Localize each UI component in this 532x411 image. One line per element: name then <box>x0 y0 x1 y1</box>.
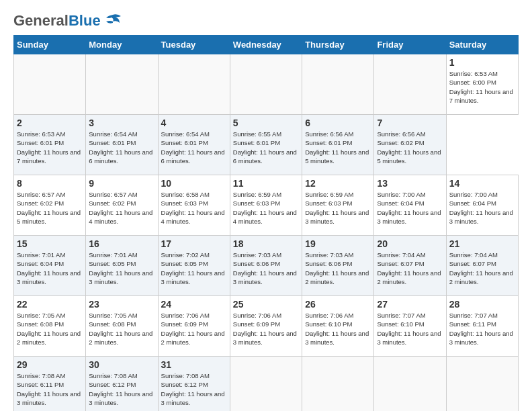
day-number: 24 <box>161 299 227 310</box>
calendar-cell-empty <box>374 357 446 412</box>
day-number: 21 <box>449 238 515 249</box>
day-header-friday: Friday <box>374 36 446 54</box>
calendar-cell: 20Sunrise: 7:04 AMSunset: 6:07 PMDayligh… <box>374 236 446 296</box>
calendar-cell: 26Sunrise: 7:06 AMSunset: 6:10 PMDayligh… <box>302 296 374 357</box>
day-number: 26 <box>305 299 371 310</box>
logo: GeneralBlue <box>13 13 122 28</box>
calendar-cell-empty <box>230 54 302 115</box>
calendar-cell: 4Sunrise: 6:54 AMSunset: 6:01 PMDaylight… <box>158 115 230 175</box>
day-info: Sunrise: 6:56 AMSunset: 6:02 PMDaylight:… <box>377 130 443 165</box>
calendar-cell: 1Sunrise: 6:53 AMSunset: 6:00 PMDaylight… <box>446 54 518 115</box>
day-header-sunday: Sunday <box>14 36 86 54</box>
calendar-week-row: 22Sunrise: 7:05 AMSunset: 6:08 PMDayligh… <box>14 296 519 357</box>
day-number: 6 <box>305 118 371 128</box>
day-header-thursday: Thursday <box>302 36 374 54</box>
calendar-table: SundayMondayTuesdayWednesdayThursdayFrid… <box>13 35 519 411</box>
day-number: 18 <box>233 238 299 249</box>
calendar-cell: 6Sunrise: 6:56 AMSunset: 6:01 PMDaylight… <box>302 115 374 175</box>
day-number: 15 <box>17 238 83 249</box>
calendar-cell: 8Sunrise: 6:57 AMSunset: 6:02 PMDaylight… <box>14 175 86 236</box>
calendar-cell-empty <box>230 357 302 412</box>
day-info: Sunrise: 6:53 AMSunset: 6:00 PMDaylight:… <box>449 69 515 105</box>
day-header-saturday: Saturday <box>446 36 518 54</box>
calendar-cell: 14Sunrise: 7:00 AMSunset: 6:04 PMDayligh… <box>446 175 518 236</box>
day-info: Sunrise: 7:00 AMSunset: 6:04 PMDaylight:… <box>377 190 443 226</box>
day-info: Sunrise: 7:06 AMSunset: 6:09 PMDaylight:… <box>161 311 227 347</box>
day-number: 10 <box>161 178 227 189</box>
day-header-monday: Monday <box>86 36 158 54</box>
day-info: Sunrise: 6:58 AMSunset: 6:03 PMDaylight:… <box>161 190 227 226</box>
calendar-cell: 27Sunrise: 7:07 AMSunset: 6:10 PMDayligh… <box>374 296 446 357</box>
calendar-week-row: 15Sunrise: 7:01 AMSunset: 6:04 PMDayligh… <box>14 236 519 296</box>
day-info: Sunrise: 6:55 AMSunset: 6:01 PMDaylight:… <box>233 130 299 165</box>
day-info: Sunrise: 6:57 AMSunset: 6:02 PMDaylight:… <box>89 190 154 226</box>
day-info: Sunrise: 7:02 AMSunset: 6:05 PMDaylight:… <box>161 250 227 286</box>
day-number: 9 <box>89 178 154 189</box>
calendar-cell: 2Sunrise: 6:53 AMSunset: 6:01 PMDaylight… <box>14 115 86 175</box>
calendar-cell-empty <box>86 54 158 115</box>
calendar-cell: 18Sunrise: 7:03 AMSunset: 6:06 PMDayligh… <box>230 236 302 296</box>
day-header-tuesday: Tuesday <box>158 36 230 54</box>
calendar-header-row: SundayMondayTuesdayWednesdayThursdayFrid… <box>14 36 519 54</box>
calendar-cell: 22Sunrise: 7:05 AMSunset: 6:08 PMDayligh… <box>14 296 86 357</box>
day-info: Sunrise: 6:59 AMSunset: 6:03 PMDaylight:… <box>305 190 371 226</box>
calendar-cell: 21Sunrise: 7:04 AMSunset: 6:07 PMDayligh… <box>446 236 518 296</box>
calendar-cell: 3Sunrise: 6:54 AMSunset: 6:01 PMDaylight… <box>86 115 158 175</box>
calendar-cell: 12Sunrise: 6:59 AMSunset: 6:03 PMDayligh… <box>302 175 374 236</box>
calendar-week-row: 2Sunrise: 6:53 AMSunset: 6:01 PMDaylight… <box>14 115 519 175</box>
day-info: Sunrise: 7:04 AMSunset: 6:07 PMDaylight:… <box>449 250 515 286</box>
day-number: 7 <box>377 118 443 128</box>
calendar-cell: 5Sunrise: 6:55 AMSunset: 6:01 PMDaylight… <box>230 115 302 175</box>
day-number: 12 <box>305 178 371 189</box>
calendar-cell: 24Sunrise: 7:06 AMSunset: 6:09 PMDayligh… <box>158 296 230 357</box>
day-info: Sunrise: 7:06 AMSunset: 6:10 PMDaylight:… <box>305 311 371 347</box>
day-number: 3 <box>89 118 154 128</box>
day-header-wednesday: Wednesday <box>230 36 302 54</box>
calendar-week-row: 8Sunrise: 6:57 AMSunset: 6:02 PMDaylight… <box>14 175 519 236</box>
day-number: 11 <box>233 178 299 189</box>
calendar-cell-empty <box>374 54 446 115</box>
calendar-cell: 25Sunrise: 7:06 AMSunset: 6:09 PMDayligh… <box>230 296 302 357</box>
day-number: 29 <box>17 359 83 370</box>
day-info: Sunrise: 7:01 AMSunset: 6:04 PMDaylight:… <box>17 250 83 286</box>
day-info: Sunrise: 6:53 AMSunset: 6:01 PMDaylight:… <box>17 130 83 165</box>
day-number: 4 <box>161 118 227 128</box>
day-number: 20 <box>377 238 443 249</box>
day-info: Sunrise: 7:08 AMSunset: 6:12 PMDaylight:… <box>89 371 154 407</box>
day-info: Sunrise: 7:08 AMSunset: 6:11 PMDaylight:… <box>17 371 83 407</box>
calendar-cell: 28Sunrise: 7:07 AMSunset: 6:11 PMDayligh… <box>446 296 518 357</box>
day-number: 13 <box>377 178 443 189</box>
calendar-cell: 29Sunrise: 7:08 AMSunset: 6:11 PMDayligh… <box>14 357 86 412</box>
calendar-cell: 31Sunrise: 7:08 AMSunset: 6:12 PMDayligh… <box>158 357 230 412</box>
day-info: Sunrise: 7:06 AMSunset: 6:09 PMDaylight:… <box>233 311 299 347</box>
day-info: Sunrise: 6:59 AMSunset: 6:03 PMDaylight:… <box>233 190 299 226</box>
day-number: 17 <box>161 238 227 249</box>
calendar-week-row: 1Sunrise: 6:53 AMSunset: 6:00 PMDaylight… <box>14 54 519 115</box>
day-number: 22 <box>17 299 83 310</box>
day-number: 1 <box>449 57 515 68</box>
calendar-cell: 9Sunrise: 6:57 AMSunset: 6:02 PMDaylight… <box>86 175 158 236</box>
day-info: Sunrise: 7:00 AMSunset: 6:04 PMDaylight:… <box>449 190 515 226</box>
day-number: 14 <box>449 178 515 189</box>
day-number: 19 <box>305 238 371 249</box>
calendar-cell-empty <box>302 54 374 115</box>
day-number: 25 <box>233 299 299 310</box>
day-info: Sunrise: 6:54 AMSunset: 6:01 PMDaylight:… <box>161 130 227 165</box>
calendar-cell-empty <box>158 54 230 115</box>
day-number: 31 <box>161 359 227 370</box>
calendar-cell: 13Sunrise: 7:00 AMSunset: 6:04 PMDayligh… <box>374 175 446 236</box>
logo-text: GeneralBlue <box>13 13 101 28</box>
day-number: 8 <box>17 178 83 189</box>
day-info: Sunrise: 7:01 AMSunset: 6:05 PMDaylight:… <box>89 250 154 286</box>
day-number: 28 <box>449 299 515 310</box>
day-info: Sunrise: 7:03 AMSunset: 6:06 PMDaylight:… <box>305 250 371 286</box>
calendar-cell-empty <box>14 54 86 115</box>
day-info: Sunrise: 6:54 AMSunset: 6:01 PMDaylight:… <box>89 130 154 165</box>
calendar-week-row: 29Sunrise: 7:08 AMSunset: 6:11 PMDayligh… <box>14 357 519 412</box>
calendar-cell: 19Sunrise: 7:03 AMSunset: 6:06 PMDayligh… <box>302 236 374 296</box>
calendar-cell: 23Sunrise: 7:05 AMSunset: 6:08 PMDayligh… <box>86 296 158 357</box>
day-info: Sunrise: 6:56 AMSunset: 6:01 PMDaylight:… <box>305 130 371 165</box>
day-info: Sunrise: 7:03 AMSunset: 6:06 PMDaylight:… <box>233 250 299 286</box>
calendar-cell: 7Sunrise: 6:56 AMSunset: 6:02 PMDaylight… <box>374 115 446 175</box>
page-header: GeneralBlue <box>13 13 519 28</box>
